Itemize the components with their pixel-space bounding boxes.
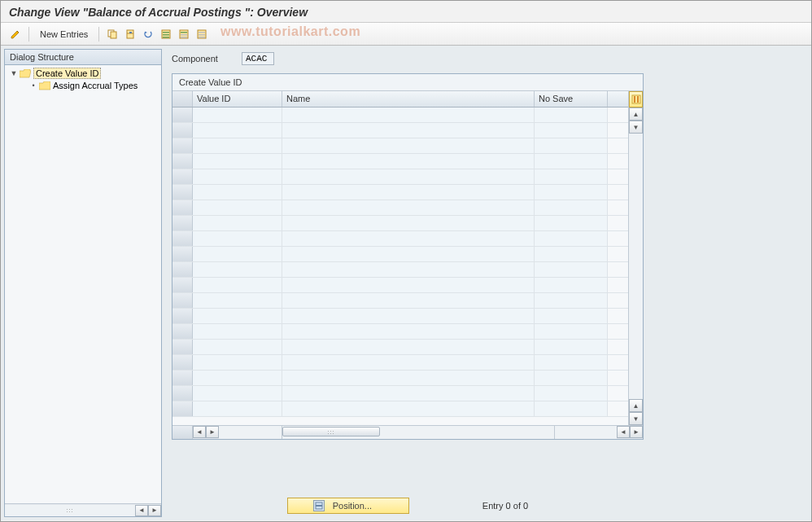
toggle-change-display-button[interactable] bbox=[7, 26, 24, 42]
table-row[interactable] bbox=[172, 138, 628, 154]
row-selector[interactable] bbox=[172, 169, 193, 184]
row-selector[interactable] bbox=[172, 293, 193, 308]
delete-button[interactable] bbox=[122, 26, 138, 42]
table-row[interactable] bbox=[172, 340, 628, 355]
row-selector[interactable] bbox=[172, 278, 193, 292]
value-id-table[interactable]: Value ID Name No Save bbox=[172, 90, 628, 425]
row-selector[interactable] bbox=[172, 123, 193, 138]
cell-name[interactable] bbox=[282, 154, 535, 169]
select-all-button[interactable] bbox=[158, 26, 174, 42]
table-row[interactable] bbox=[172, 200, 628, 216]
scroll-left-button[interactable]: ◄ bbox=[193, 426, 206, 438]
cell-name[interactable] bbox=[282, 169, 535, 184]
row-selector[interactable] bbox=[172, 309, 193, 323]
cell-name[interactable] bbox=[282, 355, 535, 370]
column-header-no-save[interactable]: No Save bbox=[535, 91, 608, 107]
cell-no-save[interactable] bbox=[535, 401, 608, 416]
table-row[interactable] bbox=[172, 169, 628, 185]
cell-value-id[interactable] bbox=[193, 324, 282, 339]
scroll-right-button[interactable]: ► bbox=[206, 426, 219, 438]
cell-value-id[interactable] bbox=[193, 169, 282, 184]
cell-value-id[interactable] bbox=[193, 185, 282, 200]
row-selector[interactable] bbox=[172, 185, 193, 200]
cell-no-save[interactable] bbox=[535, 216, 608, 230]
cell-no-save[interactable] bbox=[535, 309, 608, 323]
cell-value-id[interactable] bbox=[193, 355, 282, 370]
table-row[interactable] bbox=[172, 293, 628, 309]
cell-no-save[interactable] bbox=[535, 169, 608, 184]
table-row[interactable] bbox=[172, 355, 628, 371]
scroll-up-button-2[interactable]: ▼ bbox=[629, 121, 643, 134]
scrollbar-thumb[interactable]: ::: bbox=[282, 427, 380, 436]
cell-name[interactable] bbox=[282, 231, 535, 246]
cell-no-save[interactable] bbox=[535, 231, 608, 246]
scrollbar-track[interactable]: ::: bbox=[282, 426, 554, 439]
cell-no-save[interactable] bbox=[535, 371, 608, 385]
configure-columns-button[interactable] bbox=[629, 91, 643, 107]
new-entries-button[interactable]: New Entries bbox=[34, 26, 94, 42]
cell-name[interactable] bbox=[282, 340, 535, 354]
cell-value-id[interactable] bbox=[193, 107, 282, 122]
table-row[interactable] bbox=[172, 231, 628, 247]
cell-no-save[interactable] bbox=[535, 107, 608, 122]
cell-name[interactable] bbox=[282, 371, 535, 385]
cell-name[interactable] bbox=[282, 107, 535, 122]
cell-value-id[interactable] bbox=[193, 123, 282, 138]
row-selector[interactable] bbox=[172, 340, 193, 354]
cell-value-id[interactable] bbox=[193, 401, 282, 416]
cell-name[interactable] bbox=[282, 401, 535, 416]
table-row[interactable] bbox=[172, 216, 628, 231]
cell-no-save[interactable] bbox=[535, 278, 608, 292]
column-header-name[interactable]: Name bbox=[282, 91, 535, 107]
cell-name[interactable] bbox=[282, 216, 535, 230]
cell-name[interactable] bbox=[282, 247, 535, 261]
cell-no-save[interactable] bbox=[535, 324, 608, 339]
cell-name[interactable] bbox=[282, 386, 535, 401]
column-header-value-id[interactable]: Value ID bbox=[193, 91, 282, 107]
table-row[interactable] bbox=[172, 247, 628, 262]
table-row[interactable] bbox=[172, 309, 628, 324]
cell-name[interactable] bbox=[282, 324, 535, 339]
table-row[interactable] bbox=[172, 401, 628, 417]
cell-no-save[interactable] bbox=[535, 293, 608, 308]
cell-value-id[interactable] bbox=[193, 200, 282, 215]
scroll-up-button[interactable]: ▲ bbox=[629, 107, 643, 121]
row-selector[interactable] bbox=[172, 154, 193, 169]
cell-no-save[interactable] bbox=[535, 340, 608, 354]
row-selector[interactable] bbox=[172, 216, 193, 230]
cell-name[interactable] bbox=[282, 123, 535, 138]
cell-value-id[interactable] bbox=[193, 231, 282, 246]
sidebar-horizontal-scrollbar[interactable]: ::: ◄ ► bbox=[5, 503, 161, 516]
scroll-down-button[interactable]: ▼ bbox=[629, 412, 643, 425]
cell-no-save[interactable] bbox=[535, 138, 608, 153]
row-selector-header[interactable] bbox=[172, 91, 193, 107]
table-row[interactable] bbox=[172, 185, 628, 200]
cell-value-id[interactable] bbox=[193, 262, 282, 277]
row-selector[interactable] bbox=[172, 386, 193, 401]
cell-name[interactable] bbox=[282, 278, 535, 292]
table-row[interactable] bbox=[172, 262, 628, 278]
cell-value-id[interactable] bbox=[193, 216, 282, 230]
scrollbar-track[interactable] bbox=[555, 426, 617, 439]
cell-name[interactable] bbox=[282, 138, 535, 153]
cell-name[interactable] bbox=[282, 262, 535, 277]
cell-value-id[interactable] bbox=[193, 154, 282, 169]
table-row[interactable] bbox=[172, 324, 628, 340]
row-selector[interactable] bbox=[172, 355, 193, 370]
cell-value-id[interactable] bbox=[193, 386, 282, 401]
cell-value-id[interactable] bbox=[193, 340, 282, 354]
tree-node-assign-accrual-types[interactable]: • Assign Accrual Types bbox=[5, 80, 161, 91]
scrollbar-track[interactable]: ::: bbox=[5, 505, 135, 516]
table-row[interactable] bbox=[172, 371, 628, 386]
scroll-right-button[interactable]: ► bbox=[630, 426, 643, 438]
cell-name[interactable] bbox=[282, 185, 535, 200]
cell-name[interactable] bbox=[282, 200, 535, 215]
row-selector[interactable] bbox=[172, 324, 193, 339]
cell-no-save[interactable] bbox=[535, 200, 608, 215]
cell-no-save[interactable] bbox=[535, 355, 608, 370]
row-selector[interactable] bbox=[172, 200, 193, 215]
table-row[interactable] bbox=[172, 278, 628, 293]
table-horizontal-scrollbar[interactable]: ◄ ► ::: ◄ ► bbox=[172, 425, 643, 439]
undo-change-button[interactable] bbox=[140, 26, 156, 42]
position-button[interactable]: Position... bbox=[287, 498, 409, 514]
